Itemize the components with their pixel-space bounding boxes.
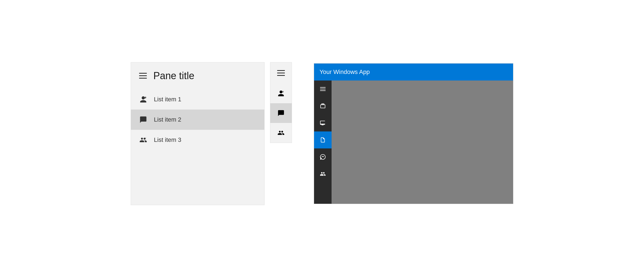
person-icon [139,95,147,104]
app-sidebar-screen[interactable] [314,114,332,131]
svg-point-1 [282,91,283,92]
app-sidebar-page[interactable] [314,131,332,148]
app-title: Your Windows App [320,68,370,75]
app-content-area [332,81,513,204]
nav-header: Pane title [131,62,264,89]
collapsed-item-2[interactable] [270,103,292,123]
nav-item-3[interactable]: List item 3 [131,130,264,150]
nav-item-1[interactable]: List item 1 [131,89,264,110]
hamburger-icon-collapsed[interactable] [277,62,285,84]
nav-collapsed-panel [270,62,292,143]
collapsed-item-1[interactable] [270,84,292,103]
nav-item-2[interactable]: List item 2 [131,110,264,130]
nav-item-3-label: List item 3 [154,136,181,143]
nav-empty-space [131,150,264,205]
app-body [314,81,513,204]
app-sidebar [314,81,332,204]
app-sidebar-menu[interactable] [314,81,332,97]
svg-point-0 [145,97,146,98]
hamburger-icon[interactable] [139,73,147,79]
collapsed-item-3[interactable] [270,123,292,143]
people-icon [139,136,147,144]
nav-item-2-label: List item 2 [154,116,181,123]
app-sidebar-people-group[interactable] [314,165,332,182]
app-sidebar-chat-people[interactable] [314,148,332,165]
hamburger-icon-app [320,87,326,91]
app-sidebar-briefcase[interactable] [314,97,332,114]
pane-title: Pane title [153,70,194,82]
app-titlebar: Your Windows App [314,64,513,81]
app-window: Your Windows App [314,63,513,204]
nav-expanded-panel: Pane title List item 1 List it [131,62,265,205]
chat-icon [139,116,147,124]
nav-item-1-label: List item 1 [154,96,181,103]
